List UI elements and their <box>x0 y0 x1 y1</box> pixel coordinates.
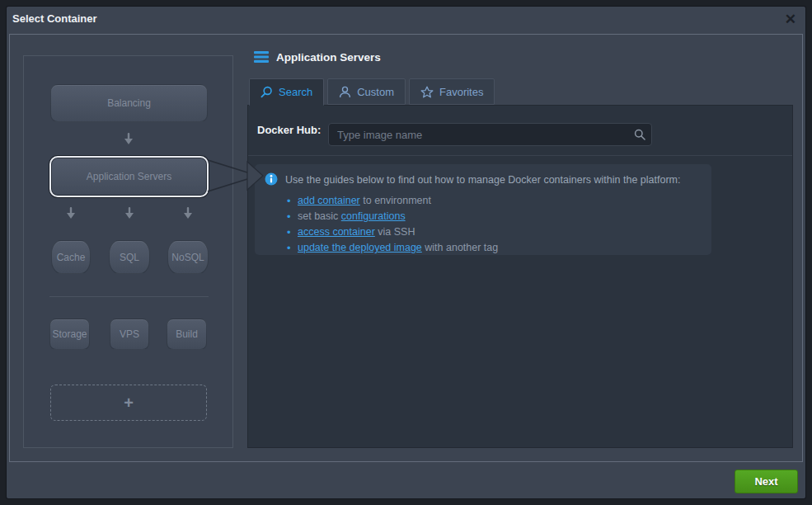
dialog-titlebar: Select Container ✕ <box>7 7 805 34</box>
selection-connector <box>206 155 265 198</box>
node-cache[interactable]: Cache <box>51 240 91 274</box>
tab-custom-label: Custom <box>357 86 394 98</box>
star-icon <box>420 86 434 98</box>
node-sql-label: SQL <box>120 252 139 263</box>
info-icon <box>265 172 278 186</box>
plus-icon: + <box>124 394 134 413</box>
down-arrow-icon <box>124 207 134 219</box>
guide-link-update-image[interactable]: update the deployed image <box>298 242 422 253</box>
docker-hub-label: Docker Hub: <box>257 124 321 136</box>
tab-favorites[interactable]: Favorites <box>409 78 495 105</box>
node-cache-label: Cache <box>57 252 86 263</box>
image-search-input[interactable] <box>328 123 652 146</box>
tab-search-label: Search <box>279 86 312 98</box>
dialog-title: Select Container <box>12 12 97 25</box>
node-vps-label: VPS <box>120 328 139 340</box>
next-button[interactable]: Next <box>735 470 798 493</box>
node-build-label: Build <box>176 328 198 340</box>
guides-intro-text: Use the guides below to find out how to … <box>285 172 680 186</box>
image-search <box>328 123 652 146</box>
guide-text: to environment <box>360 195 431 206</box>
topology-divider <box>49 296 209 297</box>
guide-text: via SSH <box>375 226 415 238</box>
down-arrow-icon <box>183 207 193 219</box>
search-icon <box>260 86 273 98</box>
guides-list: add container to environment set basic c… <box>265 193 700 256</box>
tab-bar: Search Custom Favorites <box>249 78 498 106</box>
menu-icon[interactable] <box>254 51 269 63</box>
add-node-button[interactable]: + <box>50 385 207 421</box>
down-arrow-icon <box>124 133 134 145</box>
tab-search[interactable]: Search <box>249 78 324 106</box>
close-icon[interactable]: ✕ <box>785 10 796 30</box>
guide-item: set basic configurations <box>287 209 700 224</box>
node-storage[interactable]: Storage <box>49 319 90 350</box>
panel-title: Application Servers <box>276 51 381 64</box>
panel-header: Application Servers <box>254 48 381 66</box>
topology-panel: Balancing Application Servers Cache SQL … <box>23 55 233 448</box>
down-arrow-icon <box>66 207 76 219</box>
guide-link-access-container[interactable]: access container <box>298 226 375 238</box>
docker-hub-row: Docker Hub: <box>248 106 792 156</box>
guide-item: add container to environment <box>287 193 700 209</box>
search-icon[interactable] <box>634 129 645 140</box>
guide-item: update the deployed image with another t… <box>287 240 700 256</box>
node-balancing[interactable]: Balancing <box>50 84 208 122</box>
node-nosql[interactable]: NoSQL <box>167 240 209 274</box>
guide-text: set basic <box>298 210 341 222</box>
guide-text: with another tag <box>422 242 498 253</box>
guide-item: access container via SSH <box>287 224 700 240</box>
tab-favorites-label: Favorites <box>439 86 483 98</box>
node-nosql-label: NoSQL <box>171 252 204 263</box>
guide-link-add-container[interactable]: add container <box>298 195 360 206</box>
node-build[interactable]: Build <box>167 319 207 350</box>
guides-info-box: Use the guides below to find out how to … <box>255 164 711 255</box>
user-icon <box>339 86 351 98</box>
guide-link-configurations[interactable]: configurations <box>341 210 406 222</box>
node-sql[interactable]: SQL <box>109 240 150 274</box>
node-application-servers[interactable]: Application Servers <box>49 156 209 197</box>
tab-content: Docker Hub: Use the guides below to find… <box>247 105 793 448</box>
node-balancing-label: Balancing <box>107 97 151 109</box>
node-application-servers-label: Application Servers <box>87 171 171 182</box>
select-container-dialog: Select Container ✕ Balancing Application… <box>7 7 805 498</box>
node-vps[interactable]: VPS <box>110 319 149 350</box>
node-storage-label: Storage <box>52 328 87 340</box>
tab-custom[interactable]: Custom <box>327 78 406 105</box>
